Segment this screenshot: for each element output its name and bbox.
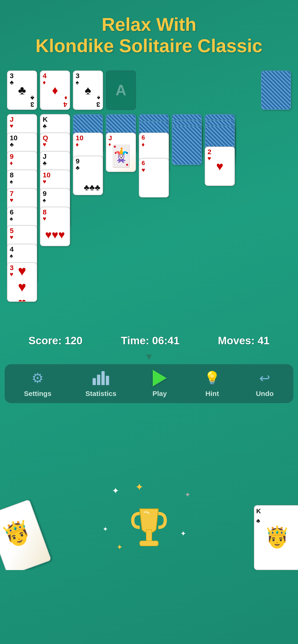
deco-king-left: K 🤴 [0, 499, 52, 570]
bulb-icon: 💡 [204, 370, 220, 386]
game-area: 3 ♣ ♣ 3 ♣ 4 ♦ ♦ 4 ♦ 3 ♠ ♠ 3 ♠ A [0, 66, 298, 309]
top-row: 3 ♣ ♣ 3 ♣ 4 ♦ ♦ 4 ♦ 3 ♠ ♠ 3 ♠ A [7, 70, 291, 110]
settings-icon-wrap: ⚙ [28, 369, 47, 387]
play-icon [153, 370, 167, 386]
bottom-decoration: K 🤴 ✦ ✦ ✦ ✦ ✦ ✦ K ♣ 🤴 [0, 412, 298, 570]
title-line1: Relax With [102, 14, 196, 35]
toolbar-settings[interactable]: ⚙ Settings [24, 369, 51, 398]
tableau-col-6 [172, 114, 202, 184]
card-3hearts[interactable]: 3♥ ♥♥♥ [7, 262, 37, 302]
tableau-col-4: J♦ 🃏 [106, 114, 136, 198]
card-2hearts[interactable]: 2♥ ♥ [205, 146, 235, 186]
toolbar-play[interactable]: Play [150, 369, 169, 398]
card-3clubs[interactable]: 3 ♣ ♣ 3 ♣ [7, 70, 37, 110]
statistics-icon-wrap [92, 369, 110, 387]
foundation-placeholder[interactable]: A [106, 70, 136, 110]
deco-king-right: K ♣ 🤴 [254, 505, 298, 570]
game-title: Relax With Klondike Solitaire Classic [9, 14, 289, 56]
score-bar: Score: 120 Time: 06:41 Moves: 41 [0, 327, 298, 352]
game-header: Relax With Klondike Solitaire Classic [0, 0, 298, 66]
card-3spades[interactable]: 3 ♠ ♠ 3 ♠ [73, 70, 103, 110]
sparkle-4: ✦ [103, 525, 108, 533]
statistics-label: Statistics [85, 390, 116, 398]
card-9clubs[interactable]: 9♣ ♣♣♣ [73, 156, 103, 195]
time-display: Time: 06:41 [121, 334, 179, 347]
bar-chart-icon [93, 371, 109, 385]
play-icon-wrap [150, 369, 169, 387]
toolbar-hint[interactable]: 💡 Hint [203, 369, 221, 398]
card-6hearts[interactable]: 6♥ [139, 158, 169, 198]
hint-label: Hint [205, 390, 219, 398]
gear-icon: ⚙ [32, 370, 44, 386]
svg-rect-0 [146, 530, 152, 541]
title-line2: Klondike Solitaire Classic [36, 36, 262, 56]
bottom-toolbar: ⚙ Settings Statistics Play 💡 Hint ↩ U [5, 364, 293, 403]
tableau-col-5: 6♦ 6♥ [139, 114, 169, 207]
tableau-col-3: 10♦ 9♣ ♣♣♣ [73, 114, 103, 212]
sparkle-1: ✦ [112, 486, 119, 496]
sparkle-6: ✦ [117, 543, 123, 552]
undo-label: Undo [256, 390, 274, 398]
settings-label: Settings [24, 390, 51, 398]
card-8hearts[interactable]: 8♥ ♥♥♥ [40, 207, 70, 246]
hint-icon-wrap: 💡 [203, 369, 221, 387]
svg-rect-1 [140, 541, 158, 546]
chevron-down-icon: ▼ [0, 352, 298, 362]
sparkle-2: ✦ [135, 481, 144, 493]
col6-back3[interactable] [172, 126, 202, 165]
play-label: Play [152, 390, 167, 398]
tableau-col-2: K♣ Q♥ J♣ 10♥ 9♠ 8♥ ♥♥♥ [40, 114, 70, 276]
score-display: Score: 120 [29, 334, 83, 347]
card-4diamonds[interactable]: 4 ♦ ♦ 4 ♦ [40, 70, 70, 110]
undo-icon-wrap: ↩ [255, 369, 274, 387]
trophy-icon [126, 504, 172, 555]
toolbar-undo[interactable]: ↩ Undo [255, 369, 274, 398]
tableau-col-7: 2♥ ♥ [205, 114, 235, 202]
toolbar-statistics[interactable]: Statistics [85, 369, 116, 398]
sparkle-5: ✦ [180, 530, 186, 538]
trophy-center: ✦ ✦ ✦ ✦ ✦ ✦ [126, 504, 172, 556]
tableau-columns: J♥ 10♣ 9♦ 8♠ 7♥ 6♠ 5♥ 4♠ [7, 114, 291, 304]
card-j-diamonds[interactable]: J♦ 🃏 [106, 132, 136, 172]
sparkle-3: ✦ [184, 490, 191, 499]
moves-display: Moves: 41 [218, 334, 269, 347]
stock-pile[interactable] [261, 70, 291, 110]
tableau-col-1: J♥ 10♣ 9♦ 8♠ 7♥ 6♠ 5♥ 4♠ [7, 114, 37, 304]
undo-icon: ↩ [259, 371, 270, 386]
